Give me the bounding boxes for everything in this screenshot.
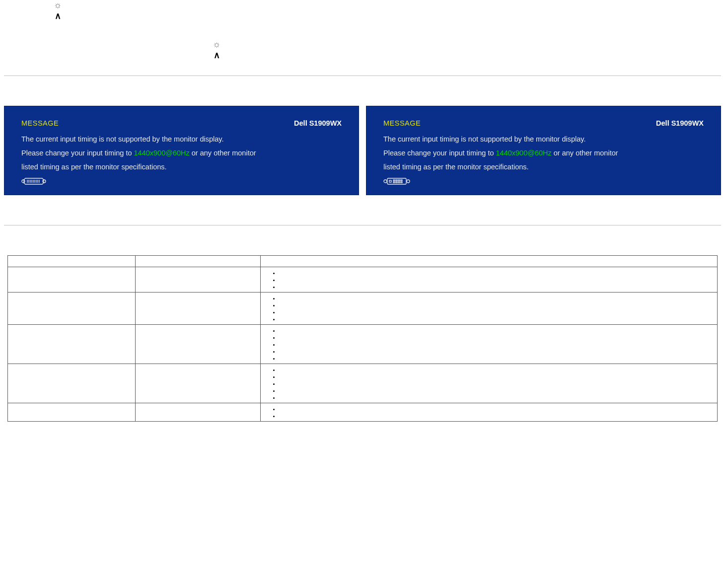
list-item [280,387,713,394]
brightness-icon-group-2: ☼ ∧ [213,39,221,61]
osd-model: Dell S1909WX [656,116,704,130]
svg-rect-22 [401,182,402,183]
osd-line2-post: or any other monitor [190,149,256,157]
table-cell [8,293,136,325]
svg-point-11 [384,180,387,183]
svg-rect-15 [393,180,395,181]
list-item [280,283,713,290]
table-cell [8,364,136,403]
table-cell [261,267,718,293]
brightness-sun-icon: ☼ [54,0,62,10]
table-cell [8,403,136,422]
list-item [280,269,713,276]
osd-message-row: MESSAGE Dell S1909WX The current input t… [4,106,721,195]
table-header-2 [136,256,261,267]
list-item [280,412,713,419]
svg-rect-20 [396,182,397,183]
osd-line1: The current input timing is not supporte… [383,132,704,146]
table-cell [136,293,261,325]
list-item [280,334,713,341]
table-row [8,325,718,364]
osd-message-vga: MESSAGE Dell S1909WX The current input t… [4,106,359,195]
osd-line3: listed timing as per the monitor specifi… [383,160,704,174]
dvi-port-icon [383,177,704,186]
svg-point-0 [22,180,25,183]
svg-point-12 [407,180,410,183]
table-cell [261,403,718,422]
osd-line2: Please change your input timing to 1440x… [383,146,704,160]
table-cell [136,403,261,422]
list-item [280,405,713,412]
caret-up-icon: ∧ [54,10,62,21]
osd-line2-pre: Please change your input timing to [21,149,134,157]
svg-rect-18 [401,180,402,181]
svg-rect-19 [393,182,395,183]
resolution-table [7,255,718,422]
section-divider [4,225,721,225]
table-cell [136,267,261,293]
table-header-row [8,256,718,267]
osd-model: Dell S1909WX [294,116,342,130]
osd-resolution-highlight: 1440x900@60Hz [134,149,190,157]
svg-rect-16 [396,180,397,181]
brightness-sun-icon: ☼ [213,39,221,50]
osd-line1: The current input timing is not supporte… [21,132,342,146]
svg-rect-14 [389,180,391,182]
table-cell [8,325,136,364]
table-cell [261,293,718,325]
svg-rect-17 [398,180,400,181]
list-item [280,327,713,334]
table-cell [8,267,136,293]
table-row [8,364,718,403]
list-item [280,373,713,380]
table-cell [261,364,718,403]
table-header-3 [261,256,718,267]
list-item [280,301,713,308]
list-item [280,366,713,373]
table-cell [136,325,261,364]
table-cell [136,364,261,403]
list-item [280,315,713,322]
brightness-shortcut-icons: ☼ ∧ ☼ ∧ [4,0,721,61]
osd-line2: Please change your input timing to 1440x… [21,146,342,160]
osd-message-dvi: MESSAGE Dell S1909WX The current input t… [366,106,721,195]
table-header-1 [8,256,136,267]
table-row [8,267,718,293]
table-row [8,403,718,422]
section-divider [4,75,721,76]
list-item [280,348,713,355]
osd-title: MESSAGE [21,116,59,130]
vga-port-icon [21,177,342,186]
osd-line3: listed timing as per the monitor specifi… [21,160,342,174]
brightness-icon-group-1: ☼ ∧ [54,0,62,21]
list-item [280,394,713,401]
list-item [280,308,713,315]
list-item [280,276,713,283]
svg-rect-13 [387,178,406,184]
svg-point-1 [43,180,46,183]
list-item [280,355,713,362]
caret-up-icon: ∧ [213,50,221,61]
osd-title: MESSAGE [383,116,421,130]
list-item [280,341,713,348]
osd-line2-post: or any other monitor [552,149,618,157]
list-item [280,294,713,301]
osd-resolution-highlight: 1440x900@60Hz [496,149,552,157]
table-row [8,293,718,325]
list-item [280,380,713,387]
osd-line2-pre: Please change your input timing to [383,149,496,157]
svg-rect-21 [398,182,400,183]
table-cell [261,325,718,364]
